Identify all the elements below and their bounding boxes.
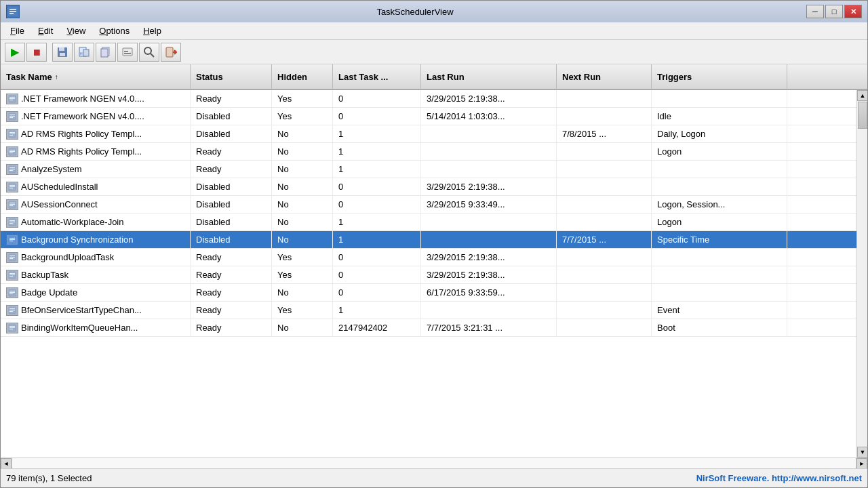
cell-nextrun (557, 161, 652, 178)
svg-rect-6 (60, 53, 65, 56)
title-bar: TaskSchedulerView ─ □ ✕ (1, 1, 867, 22)
svg-rect-33 (9, 151, 15, 152)
scroll-track[interactable] (857, 101, 867, 447)
horizontal-scrollbar[interactable]: ◄ ► (1, 458, 867, 468)
col-header-nextrun[interactable]: Next Run (557, 64, 652, 89)
cell-status: Disabled (191, 125, 272, 142)
col-header-lasttask[interactable]: Last Task ... (333, 64, 421, 89)
cell-name: BackgroundUploadTask (1, 249, 191, 266)
main-window: TaskSchedulerView ─ □ ✕ File Edit View O… (0, 0, 868, 488)
svg-rect-40 (9, 185, 15, 186)
table-row[interactable]: AnalyzeSystem Ready No 1 (1, 161, 856, 178)
cell-nextrun (557, 319, 652, 336)
start-button[interactable]: ▶ (5, 43, 25, 62)
table-row[interactable]: BackupTask Ready Yes 0 3/29/2015 2:19:38… (1, 266, 856, 284)
cell-lastrun (421, 231, 557, 248)
table-row[interactable]: Automatic-Workplace-Join Disabled No 1 L… (1, 214, 856, 231)
col-header-hidden[interactable]: Hidden (272, 64, 333, 89)
cell-lasttask: 1 (333, 125, 421, 142)
svg-rect-60 (9, 273, 15, 274)
svg-rect-45 (9, 204, 15, 205)
task-icon (6, 287, 18, 298)
menu-edit[interactable]: Edit (31, 24, 60, 37)
table-row[interactable]: AD RMS Rights Policy Templ... Ready No 1… (1, 143, 856, 161)
task-table-container: Task Name ↑ Status Hidden Last Task ... … (1, 64, 867, 468)
cell-status: Disabled (191, 214, 272, 230)
cell-name: AUSessionConnect (1, 196, 191, 213)
cell-name: Background Synchronization (1, 231, 191, 248)
task-icon (6, 111, 18, 122)
menu-file[interactable]: File (3, 24, 31, 37)
cell-name: AD RMS Rights Policy Templ... (1, 125, 191, 142)
table-row[interactable]: Background Synchronization Disabled No 1… (1, 231, 856, 249)
menu-view[interactable]: View (60, 24, 92, 37)
stop-button[interactable]: ⏹ (26, 43, 47, 62)
cell-name: AUScheduledInstall (1, 178, 191, 195)
cell-lastrun: 3/29/2015 2:19:38... (421, 266, 557, 283)
col-header-triggers[interactable]: Triggers (652, 64, 787, 89)
nirsoft-link[interactable]: NirSoft Freeware. http://www.nirsoft.net (696, 473, 862, 483)
table-row[interactable]: .NET Framework NGEN v4.0.... Ready Yes 0… (1, 90, 856, 108)
svg-rect-73 (9, 327, 15, 328)
cell-triggers: Logon (652, 214, 787, 230)
table-row[interactable]: BackgroundUploadTask Ready Yes 0 3/29/20… (1, 249, 856, 266)
svg-rect-42 (9, 188, 13, 188)
svg-rect-57 (9, 257, 15, 258)
menu-help[interactable]: Help (136, 24, 168, 37)
window-title: TaskSchedulerView (24, 7, 806, 17)
col-header-name[interactable]: Task Name ↑ (1, 64, 191, 89)
table-row[interactable]: AUScheduledInstall Disabled No 0 3/29/20… (1, 178, 856, 196)
cell-triggers: Idle (652, 108, 787, 125)
table-row[interactable]: Badge Update Ready No 0 6/17/2015 9:33:5… (1, 284, 856, 302)
scroll-down-button[interactable]: ▼ (857, 447, 867, 458)
cell-nextrun (557, 196, 652, 213)
cell-status: Disabled (191, 178, 272, 195)
task-icon (6, 164, 18, 175)
svg-rect-62 (9, 276, 13, 277)
cell-hidden: No (272, 284, 333, 301)
cell-hidden: No (272, 178, 333, 195)
copy-button[interactable] (96, 43, 116, 62)
col-header-status[interactable]: Status (191, 64, 272, 89)
cell-lasttask: 1 (333, 231, 421, 248)
properties-button[interactable] (117, 43, 138, 62)
table-row[interactable]: AD RMS Rights Policy Templ... Disabled N… (1, 125, 856, 143)
cell-name: .NET Framework NGEN v4.0.... (1, 108, 191, 125)
svg-rect-58 (9, 258, 13, 259)
close-button[interactable]: ✕ (844, 5, 862, 18)
cell-hidden: No (272, 196, 333, 213)
svg-rect-72 (9, 326, 15, 327)
cell-name: BackupTask (1, 266, 191, 283)
export-html-button[interactable]: H (74, 43, 94, 62)
minimize-button[interactable]: ─ (806, 5, 824, 18)
find-button[interactable] (139, 43, 159, 62)
save-button[interactable] (52, 43, 73, 62)
task-icon (6, 270, 18, 281)
hscroll-left-button[interactable]: ◄ (1, 458, 12, 469)
svg-rect-41 (9, 186, 15, 187)
table-body[interactable]: .NET Framework NGEN v4.0.... Ready Yes 0… (1, 90, 856, 458)
table-row[interactable]: BfeOnServiceStartTypeChan... Ready Yes 1… (1, 302, 856, 319)
cell-status: Ready (191, 249, 272, 266)
col-header-lastrun[interactable]: Last Run (421, 64, 557, 89)
cell-triggers (652, 249, 787, 266)
hscroll-right-button[interactable]: ► (856, 458, 867, 469)
cell-lasttask: 0 (333, 284, 421, 301)
cell-hidden: Yes (272, 108, 333, 125)
menu-options[interactable]: Options (92, 24, 136, 37)
exit-button[interactable] (161, 43, 181, 62)
scroll-thumb[interactable] (858, 102, 867, 129)
task-icon (6, 182, 18, 192)
table-row[interactable]: .NET Framework NGEN v4.0.... Disabled Ye… (1, 108, 856, 125)
hscroll-track[interactable] (12, 458, 856, 468)
menu-bar: File Edit View Options Help (1, 22, 867, 40)
cell-hidden: Yes (272, 266, 333, 283)
svg-rect-54 (9, 241, 13, 241)
table-row[interactable]: BindingWorkItemQueueHan... Ready No 2147… (1, 319, 856, 337)
toolbar: ▶ ⏹ H (1, 40, 867, 64)
scroll-up-button[interactable]: ▲ (857, 90, 867, 101)
cell-lasttask: 0 (333, 196, 421, 213)
table-row[interactable]: AUSessionConnect Disabled No 0 3/29/2015… (1, 196, 856, 214)
vertical-scrollbar[interactable]: ▲ ▼ (856, 90, 867, 458)
restore-button[interactable]: □ (825, 5, 843, 18)
